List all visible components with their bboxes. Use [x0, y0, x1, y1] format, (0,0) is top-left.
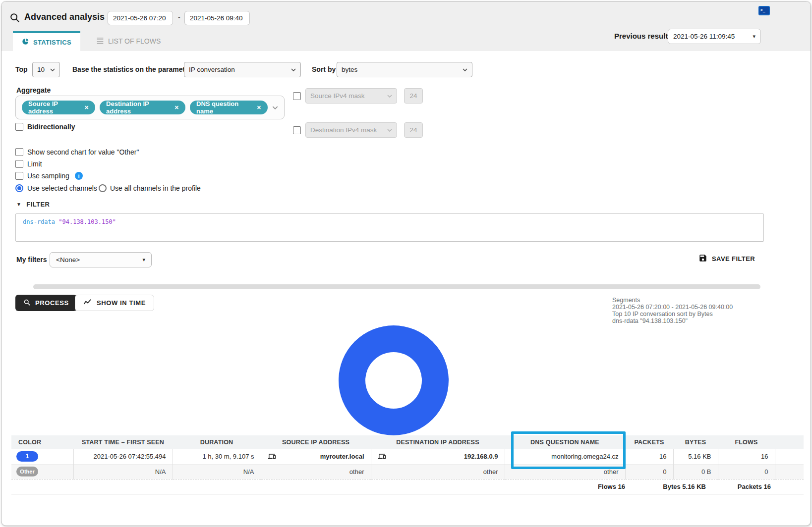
chevron-down-icon	[291, 68, 296, 71]
color-cell: 1	[11, 449, 73, 464]
tab-list-of-flows-label: LIST OF FLOWS	[108, 37, 161, 45]
table-row: 1 2021-05-26 07:42:55.494 1 h, 30 m, 9.1…	[11, 449, 804, 464]
table-totals-row: Flows 16 Bytes 5.16 KB Packets 16	[11, 479, 804, 494]
search-icon	[9, 12, 20, 25]
chip-label: DNS question name	[196, 100, 252, 115]
tab-bar: STATISTICS LIST OF FLOWS	[13, 31, 170, 51]
devices-icon[interactable]	[268, 453, 276, 460]
source-mask-select[interactable]: Source IPv4 mask	[305, 88, 397, 104]
chevron-down-icon[interactable]	[272, 106, 278, 109]
destination-ip-value: 192.168.0.9	[464, 453, 498, 460]
chip-dns-question-name[interactable]: DNS question name ✕	[190, 101, 268, 114]
tab-statistics[interactable]: STATISTICS	[13, 31, 80, 51]
parameter-label: Base the statistics on the parameter	[72, 65, 191, 73]
my-filters-select[interactable]: <None> ▾	[50, 252, 152, 267]
list-icon	[96, 37, 104, 46]
aggregate-label: Aggregate	[16, 86, 51, 94]
column-header-flows[interactable]: FLOWS	[718, 435, 775, 449]
show-in-time-button[interactable]: SHOW IN TIME	[75, 295, 154, 311]
donut-chart[interactable]	[339, 325, 449, 435]
column-header-color[interactable]: COLOR	[11, 435, 73, 449]
horizontal-scrollbar[interactable]	[33, 284, 760, 289]
destination-mask-select[interactable]: Destination IPv4 mask	[305, 122, 397, 138]
bytes-cell: 5.16 KB	[673, 449, 718, 464]
caret-down-icon: ▾	[142, 257, 145, 263]
process-button-label: PROCESS	[35, 299, 69, 307]
series-badge: Other	[16, 467, 38, 476]
date-to-input[interactable]	[184, 11, 250, 25]
top-select[interactable]: 10	[32, 62, 60, 77]
close-icon[interactable]: ✕	[84, 105, 89, 111]
column-header-destination-ip[interactable]: DESTINATION IP ADDRESS	[371, 435, 505, 449]
my-filters-select-value: <None>	[56, 256, 80, 264]
sort-by-select[interactable]: bytes	[337, 62, 472, 77]
close-icon[interactable]: ✕	[257, 105, 261, 111]
source-mask-value-input[interactable]	[404, 88, 423, 104]
chip-source-ip-address[interactable]: Source IP address ✕	[22, 101, 95, 114]
aggregate-multiselect[interactable]: Source IP address ✕ Destination IP addre…	[15, 96, 285, 119]
header-band: Advanced analysis - >_ Previous results …	[1, 1, 811, 51]
filter-keyword: dns-rdata	[23, 218, 55, 225]
segments-summary: Segments 2021-05-26 07:20:00 - 2021-05-2…	[612, 297, 733, 324]
filter-section-toggle[interactable]: ▼ FILTER	[16, 201, 50, 208]
chevron-down-icon	[387, 129, 392, 132]
previous-results-select[interactable]: 2021-05-26 11:09:45 ▾	[668, 29, 761, 44]
donut-chart-hole	[365, 352, 422, 409]
flows-cell: 0	[718, 464, 775, 479]
flows-cell: 16	[718, 449, 775, 464]
table-row: Other N/A N/A other other other 0 0 B 0	[11, 464, 804, 479]
terminal-icon[interactable]: >_	[758, 6, 770, 15]
source-ip-value: myrouter.local	[320, 453, 364, 460]
use-all-channels-label: Use all channels in the profile	[110, 184, 201, 192]
source-mask-select-value: Source IPv4 mask	[310, 92, 365, 100]
collapse-triangle-icon: ▼	[16, 202, 21, 207]
packets-cell: 16	[625, 449, 673, 464]
bidirectionally-checkbox[interactable]	[15, 123, 23, 131]
series-badge: 1	[16, 451, 38, 462]
chip-destination-ip-address[interactable]: Destination IP address ✕	[100, 101, 185, 114]
filler-cell	[775, 479, 804, 494]
tab-list-of-flows[interactable]: LIST OF FLOWS	[87, 31, 170, 51]
second-chart-checkbox[interactable]	[15, 148, 23, 156]
devices-icon[interactable]	[378, 453, 386, 460]
close-icon[interactable]: ✕	[174, 105, 179, 111]
column-header-packets[interactable]: PACKETS	[625, 435, 673, 449]
info-icon[interactable]: i	[75, 172, 83, 180]
caret-down-icon: ▾	[753, 33, 755, 40]
destination-mask-checkbox[interactable]	[293, 126, 301, 134]
color-cell: Other	[11, 464, 73, 479]
packets-cell: 0	[625, 464, 673, 479]
limit-checkbox[interactable]	[15, 160, 23, 168]
filler-cell	[775, 464, 804, 479]
save-icon	[698, 254, 707, 264]
total-bytes: Bytes 5.16 KB	[625, 479, 718, 494]
column-header-dns-question-name[interactable]: DNS QUESTION NAME	[505, 435, 625, 449]
chevron-down-icon	[50, 68, 55, 71]
source-ip-cell: other	[261, 464, 371, 479]
line-chart-icon	[83, 299, 92, 307]
column-header-bytes[interactable]: BYTES	[673, 435, 718, 449]
dns-question-name-cell: other	[505, 464, 625, 479]
parameter-select[interactable]: IP conversation	[184, 62, 301, 77]
bytes-cell: 0 B	[673, 464, 718, 479]
use-selected-channels-radio[interactable]	[15, 184, 23, 192]
previous-results-label: Previous results	[614, 32, 672, 40]
use-sampling-checkbox[interactable]	[15, 172, 23, 180]
column-header-source-ip[interactable]: SOURCE IP ADDRESS	[261, 435, 371, 449]
source-mask-checkbox[interactable]	[293, 92, 301, 100]
sort-by-label: Sort by	[312, 65, 336, 73]
parameter-select-value: IP conversation	[189, 66, 235, 73]
segments-time-range: 2021-05-26 07:20:00 - 2021-05-26 09:40:0…	[612, 304, 733, 311]
date-from-input[interactable]	[108, 11, 173, 25]
destination-ip-cell: 192.168.0.9	[371, 449, 505, 464]
use-all-channels-radio[interactable]	[99, 184, 107, 192]
process-button[interactable]: PROCESS	[15, 295, 77, 311]
sort-by-select-value: bytes	[342, 66, 357, 73]
pie-chart-icon	[22, 38, 29, 47]
save-filter-button[interactable]: SAVE FILTER	[698, 254, 755, 264]
column-header-start-time[interactable]: START TIME – FIRST SEEN	[73, 435, 173, 449]
filter-expression-editor[interactable]: dns-rdata "94.138.103.150"	[15, 213, 764, 242]
destination-mask-value-input[interactable]	[404, 122, 423, 138]
save-filter-label: SAVE FILTER	[712, 255, 755, 263]
column-header-duration[interactable]: DURATION	[173, 435, 261, 449]
